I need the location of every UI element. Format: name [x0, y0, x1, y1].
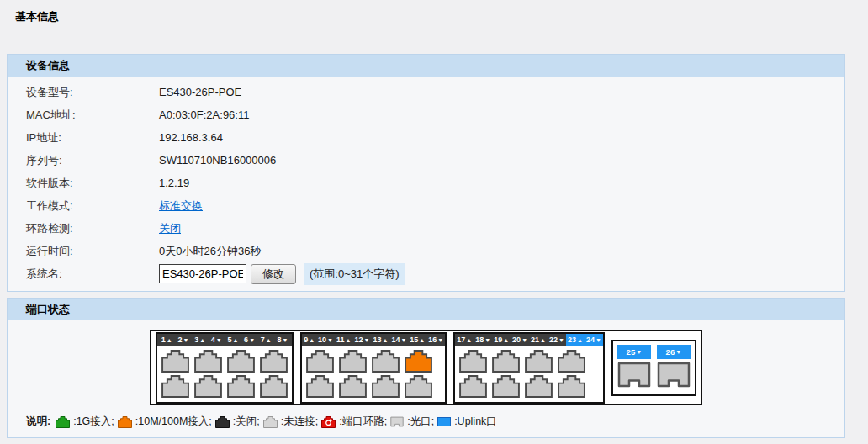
triangle-up-icon: ▲	[309, 337, 315, 343]
port-24-rj45-icon	[558, 375, 585, 398]
serial-number-row: 序列号:SW110710NB16000006	[8, 149, 844, 172]
port-14-rj45-icon	[372, 375, 400, 398]
legend-item: :关闭;	[215, 415, 260, 429]
loop-detect-label: 环路检测:	[26, 221, 159, 236]
uptime-value: 0天0小时26分钟36秒	[159, 244, 261, 259]
work-mode-link[interactable]: 标准交换	[159, 199, 203, 212]
port-3-rj45-icon	[194, 350, 222, 373]
triangle-up-icon: ▲	[503, 337, 509, 343]
system-name-controls: 修改 (范围:0~31个字符)	[159, 263, 405, 285]
port-11-rj45-icon	[339, 350, 367, 373]
uplink-port-26: 26▼	[657, 345, 691, 391]
device-info-rows: 设备型号:ES430-26P-POEMAC地址:A0:03:0F:2A:96:1…	[8, 81, 844, 262]
device-model-label: 设备型号:	[26, 85, 159, 100]
triangle-up-icon: ▲	[266, 337, 272, 343]
legend-item-text: :光口;	[407, 415, 434, 429]
port-13-rj45-icon	[372, 350, 400, 373]
serial-number-label: 序列号:	[26, 153, 159, 168]
port-group-2: 9▲10▼11▲12▼13▲14▼15▲16▼	[300, 332, 447, 404]
port-15-rj45-icon	[405, 350, 432, 373]
port-3-label: 3▲	[193, 334, 207, 346]
loop-detect-link[interactable]: 关闭	[159, 222, 181, 235]
triangle-down-icon: ▼	[249, 337, 255, 343]
port-17-rj45-icon	[459, 350, 487, 373]
system-name-input[interactable]	[159, 264, 246, 283]
port-21-label: 21▲	[529, 334, 548, 346]
port-15-label: 15▲	[408, 334, 426, 346]
port-6-label: 6▼	[242, 334, 257, 346]
port-19-label: 19▲	[492, 334, 511, 346]
port-23-label: 23▲	[566, 334, 585, 346]
port-green-icon	[56, 416, 70, 428]
device-info-header: 设备信息	[8, 55, 844, 77]
port-black-icon	[215, 416, 230, 428]
port-5-label: 5▲	[225, 334, 240, 346]
triangle-down-icon: ▼	[282, 337, 288, 343]
port-10-label: 10▼	[316, 334, 335, 346]
port-19-rj45-icon	[492, 350, 520, 373]
port-16-label: 16▼	[426, 334, 445, 346]
port-2-label: 2▼	[176, 334, 190, 346]
port-23-rj45-icon	[558, 350, 585, 373]
triangle-up-icon: ▲	[232, 337, 238, 343]
uplink-port-26-label: 26▼	[657, 345, 691, 359]
triangle-down-icon: ▼	[216, 337, 222, 343]
uplink-box: 25▼26▼	[611, 340, 696, 396]
port-11-label: 11▲	[335, 334, 352, 346]
triangle-down-icon: ▼	[400, 337, 406, 343]
device-info-body: 设备型号:ES430-26P-POEMAC地址:A0:03:0F:2A:96:1…	[8, 77, 844, 291]
device-model-value: ES430-26P-POE	[159, 86, 241, 98]
work-mode-label: 工作模式:	[26, 198, 159, 214]
system-name-hint: (范围:0~31个字符)	[304, 263, 405, 285]
triangle-down-icon: ▼	[558, 337, 564, 343]
port-4-rj45-icon	[194, 375, 222, 398]
port-20-label: 20▼	[511, 334, 529, 346]
port-status-body: 1▲2▼3▲4▼5▲6▼7▲8▼9▲10▼11▲12▼13▲14▼15▲16▼1…	[8, 320, 844, 437]
legend-item-text: :Uplink口	[454, 415, 497, 429]
work-mode-value: 标准交换	[159, 198, 203, 214]
legend-item-text: :10M/100M接入;	[135, 415, 212, 429]
port-17-label: 17▲	[455, 334, 474, 346]
port-gray-icon	[263, 416, 278, 428]
triangle-down-icon: ▼	[636, 349, 642, 355]
system-name-label: 系统名:	[26, 267, 159, 282]
page-title: 基本信息	[15, 9, 868, 24]
legend-item: :未连接;	[263, 415, 318, 429]
port-1-rj45-icon	[161, 350, 189, 373]
loop-detect-value: 关闭	[159, 221, 181, 236]
legend-item-text: :未连接;	[281, 415, 318, 429]
legend-item: :10M/100M接入;	[118, 415, 212, 429]
port-13-label: 13▲	[371, 334, 389, 346]
ip-address-value: 192.168.3.64	[159, 131, 223, 144]
legend-item: :1G接入;	[56, 415, 114, 429]
port-22-label: 22▼	[548, 334, 566, 346]
port-status-panel: 端口状态 1▲2▼3▲4▼5▲6▼7▲8▼9▲10▼11▲12▼13▲14▼15…	[7, 298, 845, 438]
port-8-rj45-icon	[260, 375, 288, 398]
port-group-3: 17▲18▼19▲20▼21▲22▼23▲24▼	[453, 332, 605, 404]
port-group-grid-3	[455, 346, 603, 402]
port-5-rj45-icon	[227, 350, 255, 373]
port-group-header-3: 17▲18▼19▲20▼21▲22▼23▲24▼	[455, 334, 603, 346]
triangle-down-icon: ▼	[484, 337, 490, 343]
triangle-down-icon: ▼	[675, 349, 681, 355]
port-2-rj45-icon	[161, 375, 189, 398]
fiber-port-26-icon	[657, 362, 691, 391]
modify-button[interactable]: 修改	[251, 264, 296, 284]
port-14-label: 14▼	[389, 334, 408, 346]
port-diagram: 1▲2▼3▲4▼5▲6▼7▲8▼9▲10▼11▲12▼13▲14▼15▲16▼1…	[8, 325, 844, 405]
legend-item-text: :1G接入;	[73, 415, 114, 429]
port-orange-icon	[118, 416, 132, 428]
port-10-rj45-icon	[306, 375, 334, 398]
legend-item-text: :关闭;	[233, 415, 260, 429]
port-legend: 说明: :1G接入;:10M/100M接入;:关闭;:未连接;:端口环路;:光口…	[26, 415, 844, 429]
mac-address-row: MAC地址:A0:03:0F:2A:96:11	[8, 103, 844, 126]
port-1-label: 1▲	[160, 334, 174, 346]
port-diagram-outer-box: 1▲2▼3▲4▼5▲6▼7▲8▼9▲10▼11▲12▼13▲14▼15▲16▼1…	[150, 330, 702, 405]
port-status-header: 端口状态	[8, 299, 844, 320]
mac-address-label: MAC地址:	[26, 108, 159, 123]
port-16-rj45-icon	[405, 375, 432, 398]
port-6-rj45-icon	[227, 375, 255, 398]
fiber-port-icon	[390, 416, 404, 427]
mac-address-value: A0:03:0F:2A:96:11	[159, 108, 249, 121]
software-version-label: 软件版本:	[26, 176, 159, 191]
